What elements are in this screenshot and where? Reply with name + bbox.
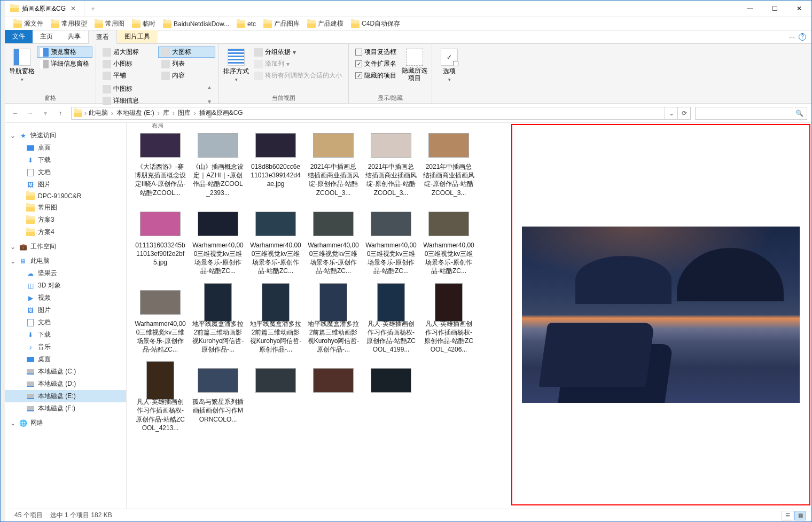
file-item[interactable]: 0111316033245b11013ef90f2e2bf5.jpg [133, 206, 188, 278]
options-button[interactable]: ✓ 选项 ▾ [435, 45, 463, 89]
file-item[interactable]: Warhammer40,000三维视觉kv三维场景冬乐-原创作品-站酷ZC... [248, 206, 303, 278]
ribbon-collapse-button[interactable]: ︿ ? [784, 30, 811, 43]
view-tiles[interactable]: 平铺 [99, 70, 157, 81]
bookmark-item[interactable]: 常用模型 [48, 18, 90, 29]
new-tab-button[interactable]: ＋ [87, 2, 99, 15]
tree-item[interactable]: 桌面 [5, 353, 126, 365]
view-list[interactable]: 列表 [158, 58, 216, 69]
close-icon[interactable]: ✕ [69, 4, 77, 13]
tree-item[interactable]: 方案3 [5, 214, 126, 226]
expand-icon[interactable]: ⌄ [10, 258, 15, 265]
file-item[interactable]: 018d8b6020cc6e11013e399142d4ae.jpg [248, 127, 303, 199]
tree-item[interactable]: 本地磁盘 (C:) [5, 365, 126, 378]
view-content[interactable]: 内容 [158, 70, 216, 81]
scroll-up-icon[interactable]: ▴ [208, 83, 215, 91]
file-item[interactable]: 2021年中插画总结插画商业插画风绽-原创作品-站酷ZCOOL_3... [364, 127, 418, 199]
tree-item[interactable]: DPC-9190C&R [5, 191, 126, 201]
chk-hidden-items[interactable]: ✓隐藏的项目 [352, 70, 400, 81]
breadcrumb-item[interactable]: 插画&原画&CG [199, 108, 243, 118]
tree-item[interactable]: 常用图 [5, 201, 126, 214]
groupby-button[interactable]: 分组依据▾ [251, 46, 345, 58]
tab-file[interactable]: 文件 [5, 30, 33, 43]
dropdown-button[interactable]: ⌄ [665, 107, 677, 119]
minimize-button[interactable]: — [738, 1, 762, 17]
bookmark-item[interactable]: 源文件 [10, 18, 46, 29]
hide-selected-button[interactable]: 隐藏所选项目 [401, 45, 428, 89]
chevron-right-icon[interactable]: › [194, 110, 196, 117]
tree-item[interactable]: ♪音乐 [5, 341, 126, 353]
tree-item[interactable]: 文档 [5, 166, 126, 178]
tree-item[interactable]: ⌄🌐网络 [5, 417, 126, 429]
file-item[interactable]: Warhammer40,000三维视觉kv三维场景冬乐-原创作品-站酷ZC... [421, 206, 476, 278]
tree-item[interactable]: 桌面 [5, 142, 126, 154]
file-item[interactable]: 孤岛与繁星系列插画插画创作习作MORNCOLO... [191, 362, 245, 434]
expand-icon[interactable]: ⌄ [10, 419, 15, 427]
breadcrumb-bar[interactable]: › 此电脑›本地磁盘 (E:)›库›图库›插画&原画&CG ⌄ ⟳ [71, 107, 691, 120]
forward-button[interactable]: → [24, 107, 37, 120]
tab-home[interactable]: 主页 [33, 30, 60, 43]
back-button[interactable]: ← [9, 107, 22, 120]
file-item[interactable]: Warhammer40,000三维视觉kv三维场景冬乐-原创作品-站酷ZC... [364, 206, 418, 278]
tree-item[interactable]: 本地磁盘 (D:) [5, 378, 126, 390]
file-item[interactable]: 《山》插画概念设定｜AZHI｜-原创作品-站酷ZCOOL_2393... [191, 127, 245, 199]
file-item[interactable]: 凡人·英雄插画创作习作插画杨权-原创作品-站酷ZCOOL_4199... [364, 284, 418, 356]
bookmark-item[interactable]: 临时 [129, 18, 159, 29]
tree-item[interactable]: ⬇下载 [5, 329, 126, 341]
file-item[interactable]: 2021年中插画总结插画商业插画风绽-原创作品-站酷ZCOOL_3... [421, 127, 476, 199]
file-item[interactable]: 《大话西游》-赛博朋克插画概念设定II晓A-原创作品-站酷ZCOOL... [133, 127, 188, 199]
view-l-icons[interactable]: 大图标 [158, 46, 216, 58]
breadcrumb-item[interactable]: 本地磁盘 (E:) [116, 108, 154, 118]
expand-icon[interactable]: ⌄ [10, 132, 15, 139]
file-item[interactable]: Warhammer40,000三维视觉kv三维场景冬乐-原创作品-站酷ZC... [306, 206, 361, 278]
view-s-icons[interactable]: 小图标 [99, 58, 157, 69]
tab-picture-tools[interactable]: 图片工具 [117, 30, 158, 43]
close-button[interactable]: ✕ [787, 1, 811, 17]
maximize-button[interactable]: ☐ [762, 1, 787, 17]
file-grid[interactable]: 《大话西游》-赛博朋克插画概念设定II晓A-原创作品-站酷ZCOOL...《山》… [127, 123, 510, 521]
chevron-right-icon[interactable]: › [158, 110, 160, 117]
view-xl-icons[interactable]: 超大图标 [99, 46, 157, 58]
bookmark-item[interactable]: BaiduNetdiskDow... [160, 19, 232, 29]
file-item[interactable]: 地平线魔盒潘多拉2前篇三维动画影视Kurohyo阿信哲-原创作品-... [248, 284, 303, 356]
tree-item[interactable]: 本地磁盘 (E:) [5, 390, 126, 402]
search-input[interactable]: 🔍 [695, 107, 807, 120]
tree-item[interactable]: 🖼图片 [5, 304, 126, 316]
window-tab[interactable]: 插画&原画&CG ✕ [7, 1, 84, 16]
recent-button[interactable]: ▾ [39, 107, 52, 120]
file-item[interactable] [364, 362, 418, 434]
file-item[interactable] [306, 362, 361, 434]
tree-item[interactable]: ⌄★快速访问 [5, 129, 126, 142]
breadcrumb-item[interactable]: 库 [163, 108, 169, 118]
tree-item[interactable]: 方案4 [5, 226, 126, 238]
file-item[interactable]: 地平线魔盒潘多拉2前篇三维动画影视Kurohyo阿信哲-原创作品-... [191, 284, 245, 356]
bookmark-item[interactable]: etc [233, 19, 259, 29]
file-item[interactable] [248, 362, 303, 434]
file-item[interactable]: 地平线魔盒潘多拉2前篇三维动画影视Kurohyo阿信哲-原创作品-... [306, 284, 361, 356]
chk-item-checkboxes[interactable]: 项目复选框 [352, 46, 400, 58]
breadcrumb-item[interactable]: 此电脑 [89, 108, 108, 118]
chk-file-ext[interactable]: ✓文件扩展名 [352, 58, 400, 69]
tree-item[interactable]: ⌄🖥此电脑 [5, 255, 126, 267]
file-item[interactable]: 2021年中插画总结插画商业插画风绽-原创作品-站酷ZCOOL_3... [306, 127, 361, 199]
tree-item[interactable]: ☁坚果云 [5, 267, 126, 279]
chevron-right-icon[interactable]: › [84, 110, 87, 117]
addcol-button[interactable]: 添加列▾ [251, 58, 345, 69]
file-item[interactable]: Warhammer40,000三维视觉kv三维场景冬乐-原创作品-站酷ZC... [191, 206, 245, 278]
expand-icon[interactable]: ⌄ [10, 243, 15, 251]
view-m-icons[interactable]: 中图标 [99, 83, 207, 95]
tab-view[interactable]: 查看 [88, 30, 117, 44]
bookmark-item[interactable]: C4D自动保存 [348, 18, 403, 29]
help-icon[interactable]: ? [799, 33, 806, 41]
tree-item[interactable]: 本地磁盘 (F:) [5, 402, 126, 415]
fitcols-button[interactable]: 将所有列调整为合适的大小 [251, 70, 345, 81]
tree-item[interactable]: ▶视频 [5, 292, 126, 304]
navpane-button[interactable]: 导航窗格 ▾ [8, 45, 36, 89]
details-pane-button[interactable]: 详细信息窗格 [37, 58, 92, 69]
tree-item[interactable]: ◫3D 对象 [5, 279, 126, 292]
bookmark-item[interactable]: 产品建模 [304, 18, 347, 29]
file-item[interactable]: 凡人·英雄插画创作习作插画杨权-原创作品-站酷ZCOOL_4213... [133, 362, 188, 434]
up-button[interactable]: ↑ [54, 107, 67, 120]
details-view-button[interactable]: ☰ [782, 511, 793, 520]
tree-item[interactable]: 🖼图片 [5, 178, 126, 191]
thumbnails-view-button[interactable]: ▦ [794, 511, 806, 520]
